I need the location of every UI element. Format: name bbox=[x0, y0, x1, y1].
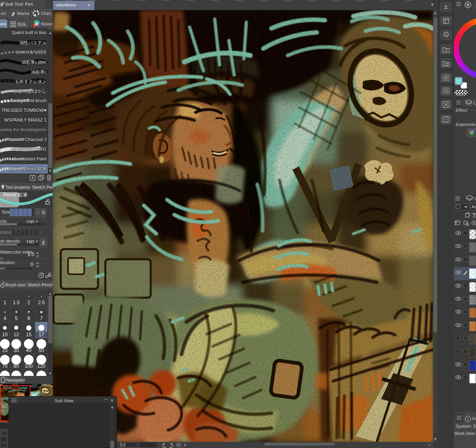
svg-text:×: × bbox=[470, 104, 472, 107]
